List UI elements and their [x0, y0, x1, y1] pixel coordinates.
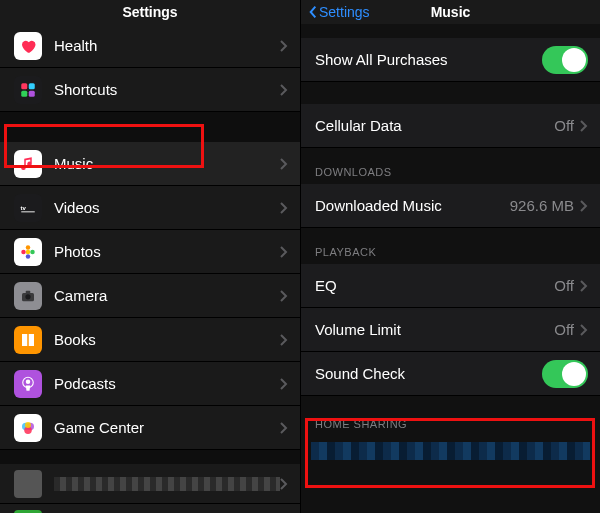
settings-row-game-center[interactable]: Game Center	[0, 406, 300, 450]
settings-row-obscured[interactable]	[0, 504, 300, 513]
row-sound-check[interactable]: Sound Check	[301, 352, 600, 396]
chevron-right-icon	[580, 324, 588, 336]
row-show-all-purchases[interactable]: Show All Purchases	[301, 38, 600, 82]
settings-header: Settings	[0, 0, 300, 24]
section-header-home-sharing: HOME SHARING	[301, 396, 600, 436]
health-icon	[14, 32, 42, 60]
settings-row-music[interactable]: Music	[0, 142, 300, 186]
row-volume-limit[interactable]: Volume Limit Off	[301, 308, 600, 352]
settings-row-obscured[interactable]	[0, 464, 300, 504]
camera-icon	[14, 282, 42, 310]
music-settings-pane: Settings Music Show All Purchases Cellul…	[300, 0, 600, 513]
settings-row-books[interactable]: Books	[0, 318, 300, 362]
shortcuts-icon	[14, 76, 42, 104]
section-header-downloads: DOWNLOADS	[301, 148, 600, 184]
spacer	[301, 24, 600, 38]
music-header: Settings Music	[301, 0, 600, 24]
chevron-right-icon	[280, 334, 288, 346]
chevron-right-icon	[580, 120, 588, 132]
photos-icon	[14, 238, 42, 266]
spacer	[301, 82, 600, 104]
settings-title: Settings	[122, 4, 177, 20]
settings-row-photos[interactable]: Photos	[0, 230, 300, 274]
settings-row-health[interactable]: Health	[0, 24, 300, 68]
settings-row-podcasts[interactable]: Podcasts	[0, 362, 300, 406]
row-label: Sound Check	[315, 365, 542, 382]
row-eq[interactable]: EQ Off	[301, 264, 600, 308]
row-value: Off	[554, 277, 574, 294]
row-label: Volume Limit	[315, 321, 554, 338]
svg-rect-1	[29, 83, 35, 89]
chevron-right-icon	[280, 422, 288, 434]
chevron-right-icon	[280, 202, 288, 214]
podcasts-icon	[14, 370, 42, 398]
row-cellular-data[interactable]: Cellular Data Off	[301, 104, 600, 148]
row-value: Off	[554, 117, 574, 134]
row-label: Show All Purchases	[315, 51, 542, 68]
toggle-show-all-purchases[interactable]	[542, 46, 588, 74]
chevron-right-icon	[280, 84, 288, 96]
svg-rect-12	[26, 290, 31, 293]
row-label: EQ	[315, 277, 554, 294]
row-label: Photos	[54, 243, 280, 260]
svg-rect-3	[29, 90, 35, 96]
svg-point-13	[26, 379, 31, 384]
obscured-label	[54, 477, 280, 491]
music-title: Music	[431, 4, 471, 20]
game-center-icon	[14, 414, 42, 442]
svg-text:tv: tv	[21, 204, 27, 210]
settings-row-videos[interactable]: tv Videos	[0, 186, 300, 230]
row-label: Game Center	[54, 419, 280, 436]
videos-icon: tv	[14, 194, 42, 222]
obscured-icon	[14, 470, 42, 498]
svg-point-6	[26, 245, 31, 250]
svg-point-5	[26, 249, 31, 254]
settings-row-camera[interactable]: Camera	[0, 274, 300, 318]
svg-point-11	[25, 294, 30, 299]
row-label: Downloaded Music	[315, 197, 510, 214]
settings-row-shortcuts[interactable]: Shortcuts	[0, 68, 300, 112]
row-downloaded-music[interactable]: Downloaded Music 926.6 MB	[301, 184, 600, 228]
spacer	[0, 450, 300, 464]
row-value: Off	[554, 321, 574, 338]
row-label: Videos	[54, 199, 280, 216]
chevron-right-icon	[280, 478, 288, 490]
chevron-right-icon	[580, 280, 588, 292]
settings-pane: Settings Health Shortcuts Music tv Video…	[0, 0, 300, 513]
svg-point-7	[26, 254, 31, 259]
books-icon	[14, 326, 42, 354]
row-label: Camera	[54, 287, 280, 304]
svg-point-9	[30, 249, 35, 254]
toggle-sound-check[interactable]	[542, 360, 588, 388]
music-icon	[14, 150, 42, 178]
obscured-icon	[14, 510, 42, 514]
back-label: Settings	[319, 4, 370, 20]
row-label: Shortcuts	[54, 81, 280, 98]
chevron-right-icon	[580, 200, 588, 212]
row-label: Cellular Data	[315, 117, 554, 134]
svg-rect-2	[21, 90, 27, 96]
spacer	[0, 112, 300, 142]
chevron-right-icon	[280, 158, 288, 170]
svg-point-8	[21, 249, 26, 254]
row-label: Books	[54, 331, 280, 348]
row-value: 926.6 MB	[510, 197, 574, 214]
chevron-right-icon	[280, 290, 288, 302]
section-header-playback: PLAYBACK	[301, 228, 600, 264]
back-button[interactable]: Settings	[307, 4, 370, 20]
svg-rect-0	[21, 83, 27, 89]
obscured-home-sharing-content	[311, 442, 590, 460]
chevron-right-icon	[280, 378, 288, 390]
row-label: Music	[54, 155, 280, 172]
svg-point-18	[25, 422, 31, 428]
row-label: Podcasts	[54, 375, 280, 392]
chevron-right-icon	[280, 246, 288, 258]
row-label: Health	[54, 37, 280, 54]
chevron-right-icon	[280, 40, 288, 52]
